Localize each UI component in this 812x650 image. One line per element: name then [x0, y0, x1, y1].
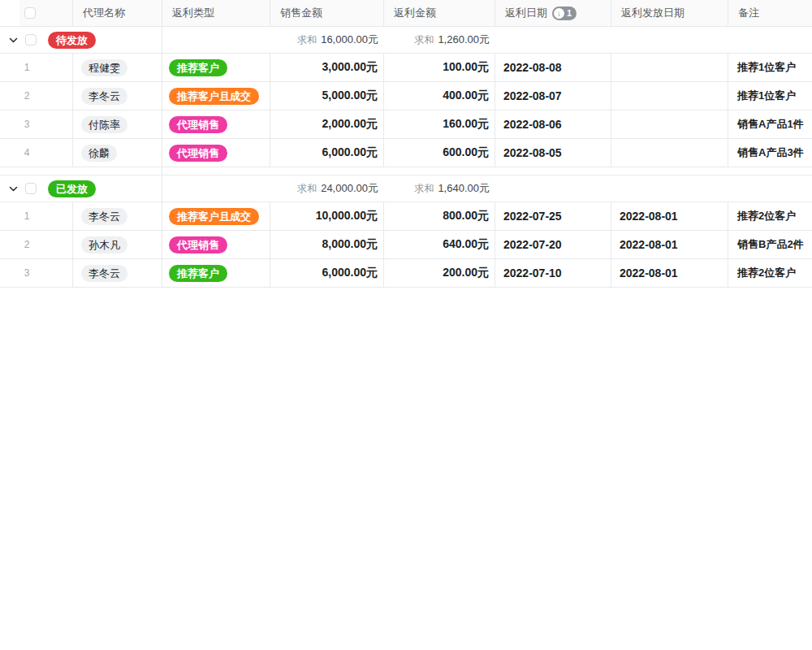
remark-value: 推荐1位客户	[737, 89, 796, 103]
column-header-sales-amount[interactable]: 销售金额	[270, 0, 384, 26]
remark-cell[interactable]: 推荐2位客户	[728, 259, 812, 287]
column-header-rebate-amount[interactable]: 返利金额	[384, 0, 495, 26]
row-index-cell[interactable]: 3	[0, 259, 73, 287]
rebate-date-cell[interactable]: 2022-07-20	[495, 231, 611, 258]
issue-date-value: 2022-08-01	[620, 266, 678, 280]
rebate-type-badge: 推荐客户	[169, 59, 227, 76]
column-header-issue-date[interactable]: 返利发放日期	[611, 0, 728, 26]
column-header-rebate-date[interactable]: 返利日期 ↓ 1	[495, 0, 611, 26]
issue-date-cell[interactable]	[611, 110, 728, 138]
row-index-cell[interactable]: 1	[0, 202, 73, 230]
row-index-cell[interactable]: 3	[0, 110, 73, 138]
sales-amount-cell[interactable]: 6,000.00元	[270, 139, 384, 167]
rebate-type-cell[interactable]: 推荐客户	[162, 54, 270, 81]
group-checkbox[interactable]	[25, 183, 37, 194]
sales-amount-cell[interactable]: 10,000.00元	[270, 202, 384, 230]
rebate-amount-cell[interactable]: 200.00元	[384, 259, 495, 287]
group-header-row: 已发放 求和24,000.00元 求和1,640.00元	[0, 176, 812, 202]
sales-amount-cell[interactable]: 3,000.00元	[270, 54, 384, 81]
rebate-type-cell[interactable]: 推荐客户且成交	[162, 202, 270, 230]
rebate-type-cell[interactable]: 推荐客户	[162, 259, 270, 287]
row-index-cell[interactable]: 4	[0, 139, 73, 167]
chevron-down-icon[interactable]	[8, 35, 19, 46]
rebate-date-cell[interactable]: 2022-08-06	[495, 110, 611, 138]
agent-name-cell[interactable]: 李冬云	[73, 82, 162, 110]
remark-cell[interactable]: 销售A产品3件	[728, 139, 812, 167]
sum-value: 1,260.00元	[438, 32, 490, 47]
group-header-row: 待发放 求和16,000.00元 求和1,260.00元	[0, 27, 812, 54]
rebate-date-cell[interactable]: 2022-08-08	[495, 54, 611, 81]
rebate-type-badge: 推荐客户	[169, 265, 227, 282]
agent-name-pill: 李冬云	[81, 265, 127, 282]
rebate-type-cell[interactable]: 代理销售	[162, 231, 270, 258]
sales-amount-cell[interactable]: 6,000.00元	[270, 259, 384, 287]
rebate-date-value: 2022-08-05	[503, 146, 562, 159]
rebate-type-cell[interactable]: 代理销售	[162, 110, 270, 138]
group-checkbox[interactable]	[25, 34, 37, 46]
rebate-date-value: 2022-08-08	[503, 61, 562, 74]
chevron-down-icon[interactable]	[8, 184, 19, 194]
column-header-rebate-type[interactable]: 返利类型	[162, 0, 270, 26]
sales-amount-value: 8,000.00元	[322, 237, 378, 252]
remark-cell[interactable]: 推荐1位客户	[728, 54, 812, 81]
rebate-type-badge: 推荐客户且成交	[169, 88, 259, 105]
row-index-cell[interactable]: 2	[0, 231, 73, 258]
issue-date-cell[interactable]: 2022-08-01	[611, 231, 728, 258]
issue-date-cell[interactable]	[611, 82, 728, 110]
column-header-remark[interactable]: 备注	[728, 0, 812, 26]
remark-cell[interactable]: 销售B产品2件	[728, 231, 812, 258]
issue-date-cell[interactable]: 2022-08-01	[611, 202, 728, 230]
rebate-date-value: 2022-07-10	[503, 266, 562, 280]
rebate-type-badge: 代理销售	[169, 116, 227, 133]
remark-value: 推荐2位客户	[737, 209, 796, 223]
rebate-type-cell[interactable]: 代理销售	[162, 139, 270, 167]
rebate-amount-cell[interactable]: 600.00元	[384, 139, 495, 167]
column-header-agent-name[interactable]: 代理名称	[73, 0, 162, 26]
sales-amount-cell[interactable]: 8,000.00元	[270, 231, 384, 258]
group-rebate-sum: 求和1,640.00元	[384, 176, 495, 202]
rebate-date-cell[interactable]: 2022-07-25	[495, 202, 611, 230]
sales-amount-cell[interactable]: 2,000.00元	[270, 110, 384, 138]
rebate-date-cell[interactable]: 2022-07-10	[495, 259, 611, 287]
rebate-date-value: 2022-07-25	[503, 210, 562, 223]
row-index-cell[interactable]: 2	[0, 82, 73, 110]
agent-name-pill: 孙木凡	[81, 236, 127, 254]
rebate-date-cell[interactable]: 2022-08-05	[495, 139, 611, 167]
agent-name-cell[interactable]: 孙木凡	[73, 231, 162, 258]
rebate-amount-cell[interactable]: 800.00元	[384, 202, 495, 230]
rebate-date-cell[interactable]: 2022-08-07	[495, 82, 611, 110]
column-label: 备注	[738, 6, 759, 20]
sort-descending-arrow-icon: ↓	[554, 8, 564, 19]
group-status-badge: 已发放	[48, 180, 96, 197]
remark-cell[interactable]: 销售A产品1件	[728, 110, 812, 138]
remark-value: 销售A产品3件	[737, 145, 804, 160]
sum-value: 1,640.00元	[438, 181, 490, 196]
rebate-type-cell[interactable]: 推荐客户且成交	[162, 82, 270, 110]
sum-label: 求和	[414, 33, 434, 47]
sales-amount-value: 6,000.00元	[322, 145, 378, 160]
rebate-amount-value: 160.00元	[443, 117, 489, 132]
rebate-amount-cell[interactable]: 400.00元	[384, 82, 495, 110]
column-label: 返利发放日期	[621, 6, 685, 20]
agent-name-cell[interactable]: 徐麟	[73, 139, 162, 167]
agent-name-cell[interactable]: 程健雯	[73, 54, 162, 81]
row-index: 1	[21, 62, 32, 73]
issue-date-cell[interactable]	[611, 54, 728, 81]
agent-name-cell[interactable]: 付陈率	[73, 110, 162, 138]
agent-name-cell[interactable]: 李冬云	[73, 202, 162, 230]
agent-name-pill: 李冬云	[81, 88, 127, 105]
gap-cell	[0, 167, 162, 175]
remark-cell[interactable]: 推荐2位客户	[728, 202, 812, 230]
issue-date-cell[interactable]: 2022-08-01	[611, 259, 728, 287]
row-index-cell[interactable]: 1	[0, 54, 73, 81]
remark-value: 销售B产品2件	[737, 237, 804, 252]
issue-date-cell[interactable]	[611, 139, 728, 167]
remark-cell[interactable]: 推荐1位客户	[728, 82, 812, 110]
rebate-amount-cell[interactable]: 640.00元	[384, 231, 495, 258]
sales-amount-cell[interactable]: 5,000.00元	[270, 82, 384, 110]
select-all-checkbox[interactable]	[24, 7, 36, 19]
rebate-amount-cell[interactable]: 100.00元	[384, 54, 495, 81]
rebate-amount-cell[interactable]: 160.00元	[384, 110, 495, 138]
sort-badge[interactable]: ↓ 1	[552, 6, 577, 20]
agent-name-cell[interactable]: 李冬云	[73, 259, 162, 287]
